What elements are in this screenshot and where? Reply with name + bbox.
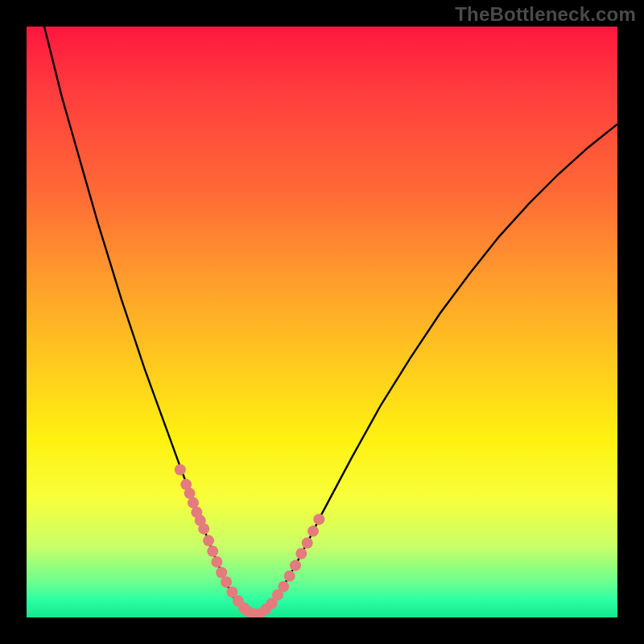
plot-area	[27, 27, 617, 617]
bottleneck-curve	[27, 27, 617, 614]
chart-frame: TheBottleneck.com	[0, 0, 644, 644]
curve-marker	[211, 556, 222, 568]
curve-marker	[313, 514, 324, 525]
watermark-text: TheBottleneck.com	[455, 3, 636, 26]
curve-marker	[284, 571, 295, 582]
curve-marker	[175, 464, 186, 476]
curve-marker	[278, 581, 289, 592]
curve-marker	[290, 559, 301, 571]
curve-marker	[302, 538, 313, 549]
curve-marker	[203, 535, 214, 547]
curve-marker	[221, 576, 232, 588]
curve-markers	[175, 464, 324, 618]
curve-marker	[198, 523, 209, 535]
curve-marker	[295, 548, 307, 559]
curve-marker	[207, 546, 218, 557]
curve-marker	[308, 526, 319, 537]
curve-svg	[27, 27, 617, 617]
